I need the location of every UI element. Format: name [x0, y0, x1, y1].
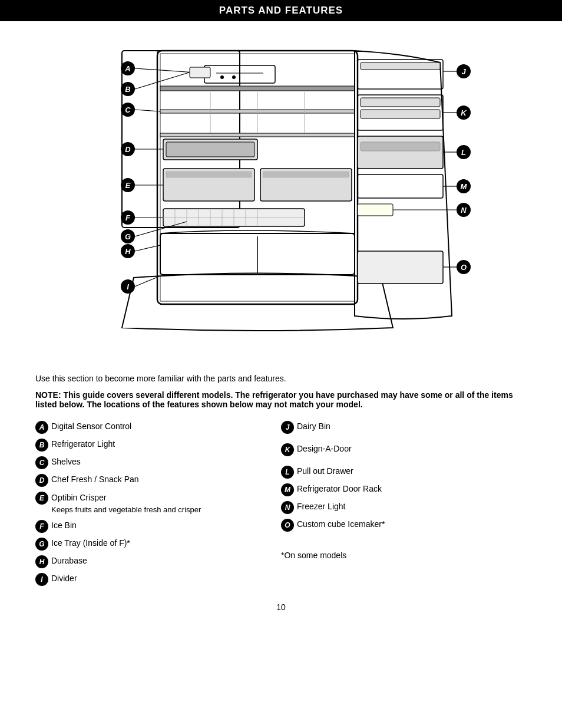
feature-i-label: Divider	[51, 573, 77, 585]
feature-item-o: O Custom cube Icemaker*	[281, 519, 527, 532]
features-left-column: A Digital Sensor Control B Refrigerator …	[35, 421, 281, 591]
svg-rect-17	[160, 133, 355, 137]
feature-item-m: M Refrigerator Door Rack	[281, 483, 527, 496]
feature-o-label: Custom cube Icemaker*	[297, 519, 385, 531]
svg-rect-66	[361, 98, 440, 107]
badge-m: M	[281, 483, 294, 496]
svg-rect-4	[160, 86, 355, 91]
badge-k: K	[281, 443, 294, 456]
svg-text:G: G	[125, 232, 131, 241]
svg-text:F: F	[125, 213, 131, 222]
feature-item-f: F Ice Bin	[35, 520, 281, 533]
svg-rect-72	[361, 142, 440, 151]
feature-item-j: J Dairy Bin	[281, 421, 527, 434]
svg-text:N: N	[461, 206, 467, 215]
feature-d-label: Chef Fresh / Snack Pan	[51, 474, 139, 486]
badge-b: B	[35, 439, 48, 452]
badge-g: G	[35, 538, 48, 551]
intro-text: Use this section to become more familiar…	[0, 374, 562, 383]
feature-e-label: Optibin Crisper	[51, 492, 106, 504]
feature-g-label: Ice Tray (Inside of F)*	[51, 538, 130, 549]
badge-a: A	[35, 421, 48, 434]
feature-item-d: D Chef Fresh / Snack Pan	[35, 474, 281, 487]
feature-c-label: Shelves	[51, 456, 81, 468]
features-right-column: J Dairy Bin K Design-A-Door L Pull out D…	[281, 421, 527, 591]
refrigerator-diagram: A B C D E	[75, 33, 487, 351]
svg-text:H: H	[125, 247, 131, 256]
svg-rect-71	[358, 136, 443, 169]
badge-j: J	[281, 421, 294, 434]
svg-text:C: C	[125, 106, 131, 114]
svg-line-23	[135, 110, 160, 111]
badge-h: H	[35, 555, 48, 568]
feature-item-n: N Freezer Light	[281, 501, 527, 514]
svg-text:J: J	[461, 67, 466, 76]
svg-rect-12	[190, 67, 210, 78]
svg-text:L: L	[461, 148, 466, 157]
badge-i: I	[35, 573, 48, 586]
feature-l-label: Pull out Drawer	[297, 466, 353, 477]
svg-text:B: B	[125, 85, 130, 94]
badge-l: L	[281, 466, 294, 479]
svg-rect-76	[358, 174, 443, 198]
feature-j-label: Dairy Bin	[297, 421, 330, 433]
feature-f-label: Ice Bin	[51, 520, 77, 532]
badge-c: C	[35, 456, 48, 469]
badge-o: O	[281, 519, 294, 532]
feature-item-b: B Refrigerator Light	[35, 439, 281, 452]
feature-k-label: Design-A-Door	[297, 443, 352, 455]
svg-text:A: A	[124, 64, 130, 73]
on-some-models-text: *On some models	[281, 551, 527, 560]
feature-item-g: G Ice Tray (Inside of F)*	[35, 538, 281, 551]
svg-line-55	[135, 245, 160, 251]
feature-item-a: A Digital Sensor Control	[35, 421, 281, 434]
svg-text:D: D	[125, 145, 131, 154]
svg-text:O: O	[461, 263, 467, 272]
svg-point-8	[232, 75, 236, 79]
page-number: 10	[0, 602, 562, 612]
feature-b-label: Refrigerator Light	[51, 439, 115, 450]
feature-item-c: C Shelves	[35, 456, 281, 469]
feature-n-label: Freezer Light	[297, 501, 345, 513]
features-grid: A Digital Sensor Control B Refrigerator …	[0, 421, 562, 591]
svg-text:M: M	[461, 182, 468, 191]
feature-h-label: Durabase	[51, 555, 87, 567]
svg-rect-31	[166, 172, 252, 177]
feature-e-sublabel: Keeps fruits and vegetable fresh and cri…	[51, 505, 201, 515]
svg-text:I: I	[127, 282, 129, 291]
badge-d: D	[35, 474, 48, 487]
feature-item-l: L Pull out Drawer	[281, 466, 527, 479]
svg-rect-61	[361, 62, 440, 70]
svg-rect-80	[358, 204, 393, 216]
feature-item-h: H Durabase	[35, 555, 281, 568]
badge-n: N	[281, 501, 294, 514]
feature-item-k: K Design-A-Door	[281, 443, 527, 456]
feature-m-label: Refrigerator Door Rack	[297, 483, 382, 495]
svg-rect-67	[361, 110, 440, 118]
svg-rect-84	[358, 251, 443, 284]
feature-item-i: I Divider	[35, 573, 281, 586]
badge-f: F	[35, 520, 48, 533]
svg-point-7	[220, 75, 224, 79]
svg-text:E: E	[125, 181, 131, 190]
badge-e: E	[35, 492, 48, 505]
note-text: NOTE: This guide covers several differen…	[0, 390, 562, 409]
svg-rect-25	[166, 142, 254, 157]
svg-rect-32	[263, 172, 349, 177]
feature-a-label: Digital Sensor Control	[51, 421, 131, 433]
svg-text:K: K	[461, 108, 467, 117]
page-title: PARTS AND FEATURES	[0, 0, 562, 21]
feature-item-e: E Optibin Crisper Keeps fruits and veget…	[35, 492, 281, 515]
diagram-area: A B C D E	[0, 33, 562, 363]
